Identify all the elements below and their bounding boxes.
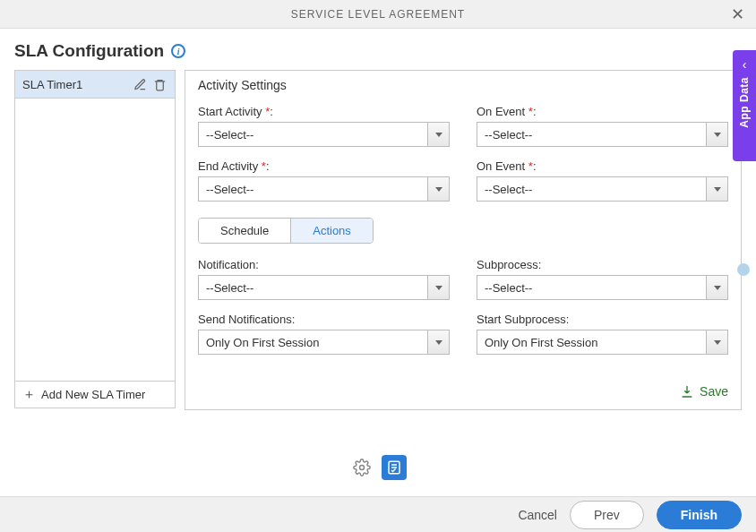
timer-item[interactable]: SLA Timer1 bbox=[15, 71, 175, 99]
wizard-footer: Cancel Prev Finish bbox=[0, 496, 756, 532]
save-button[interactable]: Save bbox=[198, 375, 728, 399]
end-activity-select[interactable]: --Select-- bbox=[198, 176, 450, 202]
finish-button[interactable]: Finish bbox=[657, 501, 742, 529]
on-event-end-label: On Event *: bbox=[477, 159, 728, 173]
tabs: Schedule Actions bbox=[198, 218, 374, 244]
subprocess-select[interactable]: --Select-- bbox=[477, 275, 728, 300]
send-notifications-select[interactable]: Only On First Session bbox=[198, 330, 450, 355]
notification-label: Notification: bbox=[198, 258, 450, 271]
chevron-down-icon bbox=[427, 276, 449, 299]
start-subprocess-label: Start Subprocess: bbox=[477, 313, 728, 326]
close-icon[interactable]: ✕ bbox=[731, 6, 745, 22]
on-event-start-label: On Event *: bbox=[477, 105, 728, 118]
chevron-down-icon bbox=[706, 330, 727, 354]
section-title: Activity Settings bbox=[198, 78, 728, 92]
add-timer-label: Add New SLA Timer bbox=[41, 388, 145, 401]
plus-icon: ＋ bbox=[22, 386, 36, 403]
on-event-end-select[interactable]: --Select-- bbox=[477, 176, 728, 202]
activity-settings-panel: Activity Settings Start Activity *: --Se… bbox=[185, 70, 742, 410]
prev-button[interactable]: Prev bbox=[570, 501, 644, 529]
subprocess-label: Subprocess: bbox=[477, 258, 728, 271]
chevron-down-icon bbox=[427, 123, 449, 146]
start-activity-select[interactable]: --Select-- bbox=[198, 122, 450, 147]
app-data-tab[interactable]: ‹ App Data bbox=[733, 50, 756, 161]
save-label: Save bbox=[700, 384, 728, 399]
checklist-icon[interactable] bbox=[382, 455, 407, 480]
timer-list: SLA Timer1 bbox=[14, 70, 176, 382]
add-timer-button[interactable]: ＋ Add New SLA Timer bbox=[14, 382, 176, 408]
on-event-start-select[interactable]: --Select-- bbox=[477, 122, 728, 147]
notification-select[interactable]: --Select-- bbox=[198, 275, 450, 300]
modal-title: SERVICE LEVEL AGREEMENT bbox=[291, 8, 465, 21]
bottom-toolbar bbox=[0, 439, 756, 487]
chevron-down-icon bbox=[427, 177, 449, 201]
start-activity-label: Start Activity *: bbox=[198, 105, 450, 118]
chevron-left-icon: ‹ bbox=[743, 57, 747, 72]
modal-header: SERVICE LEVEL AGREEMENT ✕ bbox=[0, 0, 756, 29]
page-title: SLA Configuration bbox=[14, 41, 164, 61]
start-subprocess-select[interactable]: Only On First Session bbox=[477, 330, 728, 355]
timer-name: SLA Timer1 bbox=[22, 78, 82, 91]
tab-schedule[interactable]: Schedule bbox=[199, 219, 290, 243]
end-activity-label: End Activity *: bbox=[198, 159, 450, 173]
chevron-down-icon bbox=[706, 123, 727, 146]
chevron-down-icon bbox=[706, 177, 727, 201]
app-data-label: App Data bbox=[738, 77, 751, 128]
cancel-button[interactable]: Cancel bbox=[518, 508, 557, 522]
info-icon[interactable]: i bbox=[171, 44, 185, 58]
page-title-row: SLA Configuration i bbox=[0, 29, 756, 70]
chevron-down-icon bbox=[706, 276, 727, 299]
svg-point-0 bbox=[360, 466, 365, 470]
settings-icon[interactable] bbox=[349, 455, 374, 480]
badge-icon[interactable] bbox=[737, 263, 750, 276]
download-icon bbox=[680, 384, 694, 399]
edit-icon[interactable] bbox=[132, 76, 148, 92]
send-notifications-label: Send Notifications: bbox=[198, 313, 450, 326]
tab-actions[interactable]: Actions bbox=[290, 219, 373, 243]
delete-icon[interactable] bbox=[151, 76, 168, 92]
chevron-down-icon bbox=[427, 330, 449, 354]
